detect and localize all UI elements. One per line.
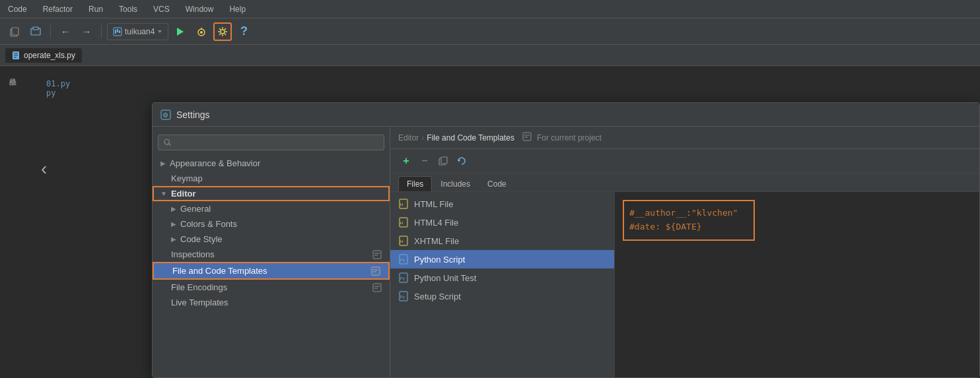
- run-config-dropdown[interactable]: tuikuan4: [107, 23, 168, 40]
- svg-text:H: H: [400, 221, 403, 225]
- tab-code[interactable]: Code: [479, 176, 515, 191]
- menu-refactor[interactable]: Refactor: [40, 3, 75, 15]
- template-tabs: Files Includes Code: [390, 173, 979, 192]
- settings-icon[interactable]: [213, 22, 232, 41]
- tree-item-code-style[interactable]: ▶ Code Style: [153, 232, 390, 247]
- help-icon[interactable]: ?: [234, 22, 253, 41]
- svg-text:⚙: ⚙: [162, 111, 168, 119]
- tree-item-file-code-templates[interactable]: File and Code Templates: [153, 262, 390, 280]
- inspections-icon: [372, 250, 382, 259]
- add-template-button[interactable]: +: [398, 153, 414, 169]
- code-preview-line-2: #date: ${DATE}: [629, 220, 748, 234]
- toolbar: ← → tuikuan4: [0, 18, 980, 45]
- svg-marker-8: [158, 30, 162, 33]
- template-content: H HTML File H HTML4 File: [390, 192, 979, 377]
- code-line-2: py: [46, 88, 70, 98]
- forward-icon[interactable]: →: [77, 22, 96, 41]
- html-file-icon: H: [398, 199, 409, 209]
- tree-item-general[interactable]: ▶ General: [153, 201, 390, 216]
- tree-item-editor[interactable]: ▼ Editor: [153, 186, 390, 201]
- remove-template-button[interactable]: −: [417, 153, 433, 169]
- tab-bar: operate_xls.py: [0, 45, 980, 66]
- template-html-file[interactable]: H HTML File: [390, 195, 614, 213]
- project-icon[interactable]: [26, 22, 45, 41]
- breadcrumb-suffix: For current project: [537, 133, 602, 142]
- tree-item-file-encodings[interactable]: File Encodings: [153, 280, 390, 295]
- file-encodings-icon: [372, 283, 382, 292]
- svg-text:Py: Py: [400, 258, 405, 262]
- template-setup-script[interactable]: Py Setup Script: [390, 287, 614, 305]
- arrow-icon-general: ▶: [171, 205, 176, 212]
- menu-run[interactable]: Run: [86, 3, 106, 15]
- template-setup-script-label: Setup Script: [414, 292, 461, 301]
- reset-template-button[interactable]: [454, 153, 470, 169]
- run-config-label: tuikuan4: [125, 27, 155, 36]
- menu-code[interactable]: Code: [5, 3, 30, 15]
- tree-search-input[interactable]: [175, 138, 378, 147]
- tree-item-colors-fonts[interactable]: ▶ Colors & Fonts: [153, 216, 390, 232]
- code-preview-line-1: #__author__:"klvchen": [629, 206, 748, 220]
- svg-marker-9: [177, 28, 184, 36]
- code-line-1: 01.py: [46, 79, 70, 88]
- search-icon: [164, 139, 171, 146]
- menu-bar: Code Refactor Run Tools VCS Window Help: [0, 0, 980, 18]
- nav-arrow-left[interactable]: ‹: [41, 158, 47, 179]
- run-icon[interactable]: [171, 22, 190, 41]
- svg-rect-5: [115, 30, 116, 34]
- tab-operate-xls[interactable]: operate_xls.py: [5, 48, 82, 63]
- menu-vcs[interactable]: VCS: [151, 3, 172, 15]
- settings-right-panel: Editor › File and Code Templates For cur…: [390, 127, 979, 377]
- template-html-file-label: HTML File: [414, 199, 453, 209]
- template-python-unit-test[interactable]: Py Python Unit Test: [390, 268, 614, 287]
- arrow-icon: ▶: [160, 160, 166, 167]
- svg-line-18: [219, 28, 221, 30]
- svg-text:Py: Py: [400, 295, 405, 299]
- svg-rect-30: [373, 251, 381, 259]
- tree-item-inspections[interactable]: Inspections: [153, 247, 390, 262]
- toolbar-separator-2: [101, 25, 102, 38]
- template-xhtml-file-label: XHTML File: [414, 236, 459, 246]
- svg-rect-6: [117, 29, 118, 32]
- dialog-title: Settings: [176, 110, 210, 120]
- html4-file-icon: H: [398, 217, 409, 228]
- svg-rect-36: [373, 284, 381, 292]
- code-bg: 01.py py: [46, 79, 70, 98]
- svg-line-21: [219, 33, 221, 34]
- svg-line-29: [169, 144, 171, 146]
- svg-rect-33: [372, 267, 380, 275]
- debug-icon[interactable]: [192, 22, 211, 41]
- breadcrumb-icon: [522, 132, 532, 143]
- tree-search-box[interactable]: [158, 135, 384, 150]
- tree-item-live-templates[interactable]: Live Templates: [153, 295, 390, 310]
- svg-rect-43: [441, 157, 447, 164]
- settings-breadcrumb: Editor › File and Code Templates For cur…: [390, 127, 979, 149]
- code-preview-panel: #__author__:"klvchen" #date: ${DATE}: [615, 192, 979, 377]
- menu-tools[interactable]: Tools: [116, 3, 140, 15]
- breadcrumb-editor: Editor: [398, 133, 419, 142]
- template-python-script[interactable]: Py Python Script: [390, 250, 614, 268]
- toolbar-separator-1: [50, 25, 51, 38]
- breadcrumb-file-templates: File and Code Templates: [427, 133, 514, 142]
- sidebar-label-1: 品价格: [8, 73, 18, 99]
- tree-item-appearance[interactable]: ▶ Appearance & Behavior: [153, 156, 390, 171]
- back-icon[interactable]: ←: [56, 22, 75, 41]
- svg-text:H: H: [400, 239, 403, 243]
- tab-files[interactable]: Files: [398, 176, 432, 191]
- tab-label: operate_xls.py: [24, 51, 75, 60]
- tab-includes[interactable]: Includes: [432, 176, 479, 191]
- menu-window[interactable]: Window: [183, 3, 217, 15]
- tree-item-keymap[interactable]: Keymap: [153, 171, 390, 186]
- svg-point-28: [164, 139, 170, 144]
- code-preview-box: #__author__:"klvchen" #date: ${DATE}: [623, 200, 755, 241]
- arrow-icon-code-style: ▶: [171, 236, 176, 243]
- python-unit-test-icon: Py: [398, 272, 409, 283]
- template-python-script-label: Python Script: [414, 255, 465, 265]
- template-html4-file[interactable]: H HTML4 File: [390, 213, 614, 232]
- settings-dialog: ⚙ Settings ▶ Appearance & Behavior Keyma…: [152, 102, 980, 378]
- arrow-icon-colors: ▶: [171, 220, 176, 228]
- dialog-title-bar: ⚙ Settings: [153, 103, 979, 127]
- copy-icon[interactable]: [5, 22, 24, 41]
- menu-help[interactable]: Help: [227, 3, 248, 15]
- template-xhtml-file[interactable]: H XHTML File: [390, 232, 614, 250]
- copy-template-button[interactable]: [435, 153, 451, 169]
